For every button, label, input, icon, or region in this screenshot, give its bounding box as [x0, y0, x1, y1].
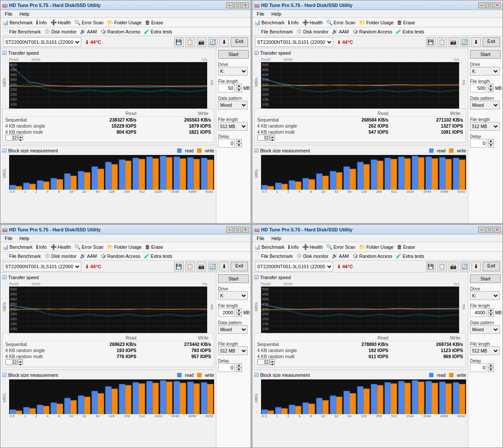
- toolbar-error-scan[interactable]: 🔍Error Scan: [74, 244, 103, 250]
- toolbar-health[interactable]: ➕Health: [50, 244, 71, 250]
- multi-value-input[interactable]: [257, 359, 269, 365]
- drive-icon-1[interactable]: 💾: [426, 37, 436, 47]
- file-length-down[interactable]: ▼: [488, 313, 494, 317]
- file-length-down[interactable]: ▼: [488, 88, 494, 92]
- toolbar2-file-benchmark[interactable]: 📄File Benchmark: [254, 29, 293, 34]
- toolbar-erase[interactable]: 🗑Erase: [397, 244, 415, 250]
- toolbar2-disk-monitor[interactable]: 💿Disk monitor: [44, 29, 76, 34]
- drive-icon-3[interactable]: 📸: [449, 37, 458, 47]
- menu-help[interactable]: Help: [18, 11, 31, 16]
- drive-icon-5[interactable]: ⬇: [219, 262, 229, 271]
- toolbar-health[interactable]: ➕Health: [302, 20, 323, 26]
- drive-field-select[interactable]: K:: [218, 291, 248, 300]
- toolbar2-extra-tests[interactable]: 🧪Extra tests: [396, 253, 424, 259]
- maximize-button[interactable]: □: [486, 227, 493, 233]
- drive-icon-4[interactable]: 🔄: [460, 262, 470, 271]
- toolbar-benchmark[interactable]: 📊Benchmark: [2, 20, 33, 26]
- exit-button[interactable]: Exit: [483, 262, 500, 271]
- file-length-input[interactable]: [470, 308, 486, 317]
- toolbar-info[interactable]: ℹInfo: [288, 20, 299, 26]
- menu-file[interactable]: File: [3, 11, 14, 16]
- maximize-button[interactable]: □: [234, 227, 241, 233]
- exit-button[interactable]: Exit: [231, 262, 248, 271]
- drive-icon-2[interactable]: 📋: [185, 262, 195, 271]
- drive-select[interactable]: ST22000NT001-3LS101 (22000 gB): [3, 262, 81, 271]
- toolbar-info[interactable]: ℹInfo: [288, 244, 299, 250]
- drive-icon-2[interactable]: 📋: [437, 37, 447, 47]
- drive-icon-5[interactable]: ⬇: [471, 37, 481, 47]
- file-length-up[interactable]: ▲: [488, 84, 494, 88]
- drive-icon-1[interactable]: 💾: [174, 262, 184, 271]
- file-length2-select[interactable]: 512 MB: [218, 346, 248, 355]
- delay-input[interactable]: [218, 363, 235, 372]
- toolbar2-aam[interactable]: 🔊AAM: [332, 29, 349, 34]
- toolbar2-random-access[interactable]: 🎲Random Access: [100, 29, 140, 34]
- toolbar2-extra-tests[interactable]: 🧪Extra tests: [144, 29, 172, 34]
- menu-help[interactable]: Help: [270, 11, 283, 16]
- toolbar2-aam[interactable]: 🔊AAM: [332, 253, 349, 259]
- menu-file[interactable]: File: [255, 11, 266, 16]
- minimize-button[interactable]: ─: [478, 227, 485, 233]
- drive-select[interactable]: ST22000NT001-3LS101 (22000 gB): [3, 37, 81, 47]
- minimize-button[interactable]: ─: [226, 227, 233, 233]
- data-pattern-select[interactable]: Mixed: [218, 101, 248, 109]
- delay-up[interactable]: ▲: [236, 139, 242, 143]
- toolbar-benchmark[interactable]: 📊Benchmark: [2, 244, 33, 250]
- toolbar-benchmark[interactable]: 📊Benchmark: [254, 20, 285, 26]
- toolbar-error-scan[interactable]: 🔍Error Scan: [326, 20, 355, 26]
- exit-button[interactable]: Exit: [231, 37, 248, 47]
- start-button[interactable]: Start: [218, 50, 249, 59]
- file-length2-select[interactable]: 512 MB: [470, 122, 500, 131]
- file-length-down[interactable]: ▼: [236, 88, 242, 92]
- drive-icon-2[interactable]: 📋: [185, 37, 195, 47]
- multi-value-input[interactable]: [5, 359, 17, 365]
- file-length-input[interactable]: [218, 84, 235, 92]
- delay-down[interactable]: ▼: [488, 143, 494, 148]
- toolbar2-aam[interactable]: 🔊AAM: [80, 29, 97, 34]
- data-pattern-select[interactable]: Mixed: [470, 101, 500, 109]
- toolbar2-disk-monitor[interactable]: 💿Disk monitor: [296, 253, 328, 259]
- delay-up[interactable]: ▲: [236, 363, 242, 368]
- close-button[interactable]: ✕: [494, 2, 501, 8]
- file-length-input[interactable]: [218, 308, 235, 317]
- close-button[interactable]: ✕: [494, 227, 501, 233]
- toolbar2-random-access[interactable]: 🎲Random Access: [352, 253, 392, 259]
- delay-up[interactable]: ▲: [488, 139, 494, 143]
- drive-select[interactable]: ST22000NT001-3LS101 (22000 gB): [255, 262, 333, 271]
- drive-icon-5[interactable]: ⬇: [219, 37, 229, 47]
- spin-up[interactable]: ▲: [270, 359, 275, 362]
- drive-icon-5[interactable]: ⬇: [471, 262, 481, 271]
- multi-value-input[interactable]: [257, 135, 269, 141]
- toolbar-info[interactable]: ℹInfo: [36, 20, 47, 26]
- toolbar-erase[interactable]: 🗑Erase: [145, 244, 163, 250]
- drive-select[interactable]: ST22000NT001-3LS101 (22000 gB): [255, 37, 333, 47]
- file-length2-select[interactable]: 512 MB: [470, 346, 500, 355]
- start-button[interactable]: Start: [218, 274, 249, 283]
- close-button[interactable]: ✕: [242, 2, 249, 8]
- start-button[interactable]: Start: [470, 50, 501, 59]
- toolbar-error-scan[interactable]: 🔍Error Scan: [326, 244, 355, 250]
- drive-icon-4[interactable]: 🔄: [208, 37, 218, 47]
- toolbar-folder-usage[interactable]: 📁Folder Usage: [107, 244, 142, 250]
- drive-icon-1[interactable]: 💾: [174, 37, 184, 47]
- drive-icon-4[interactable]: 🔄: [460, 37, 470, 47]
- file-length2-select[interactable]: 512 MB: [218, 122, 248, 131]
- toolbar-health[interactable]: ➕Health: [302, 244, 323, 250]
- drive-icon-1[interactable]: 💾: [426, 262, 436, 271]
- maximize-button[interactable]: □: [234, 2, 241, 8]
- drive-icon-3[interactable]: 📸: [197, 262, 206, 271]
- data-pattern-select[interactable]: Mixed: [218, 325, 248, 334]
- toolbar-folder-usage[interactable]: 📁Folder Usage: [107, 20, 142, 26]
- drive-field-select[interactable]: K:: [470, 67, 500, 76]
- toolbar-folder-usage[interactable]: 📁Folder Usage: [359, 20, 394, 26]
- drive-field-select[interactable]: K:: [218, 67, 248, 76]
- toolbar2-random-access[interactable]: 🎲Random Access: [100, 253, 140, 259]
- menu-file[interactable]: File: [255, 236, 266, 241]
- toolbar2-extra-tests[interactable]: 🧪Extra tests: [396, 29, 424, 34]
- toolbar-health[interactable]: ➕Health: [50, 20, 71, 26]
- minimize-button[interactable]: ─: [478, 2, 485, 8]
- spin-down[interactable]: ▼: [18, 362, 23, 365]
- file-length-input[interactable]: [470, 84, 486, 92]
- drive-icon-3[interactable]: 📸: [449, 262, 458, 271]
- file-length-up[interactable]: ▲: [236, 84, 242, 88]
